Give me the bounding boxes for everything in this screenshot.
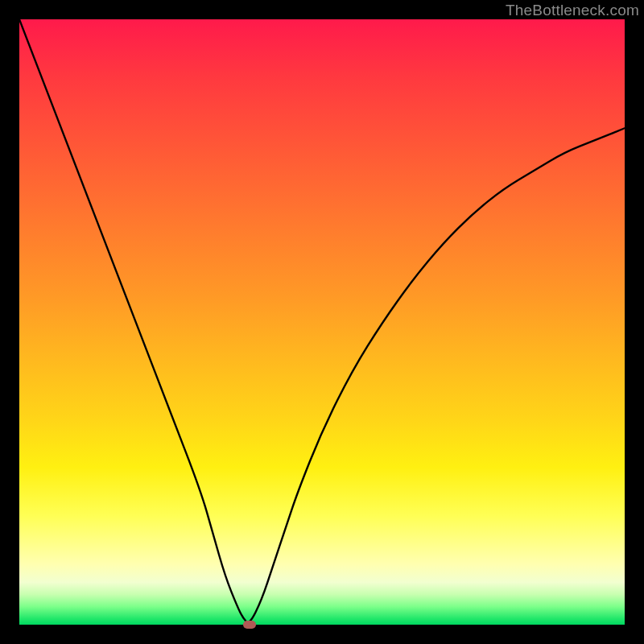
bottleneck-curve xyxy=(19,19,625,625)
chart-frame xyxy=(19,19,625,625)
optimal-point-marker xyxy=(243,621,256,629)
watermark-text: TheBottleneck.com xyxy=(506,2,639,19)
